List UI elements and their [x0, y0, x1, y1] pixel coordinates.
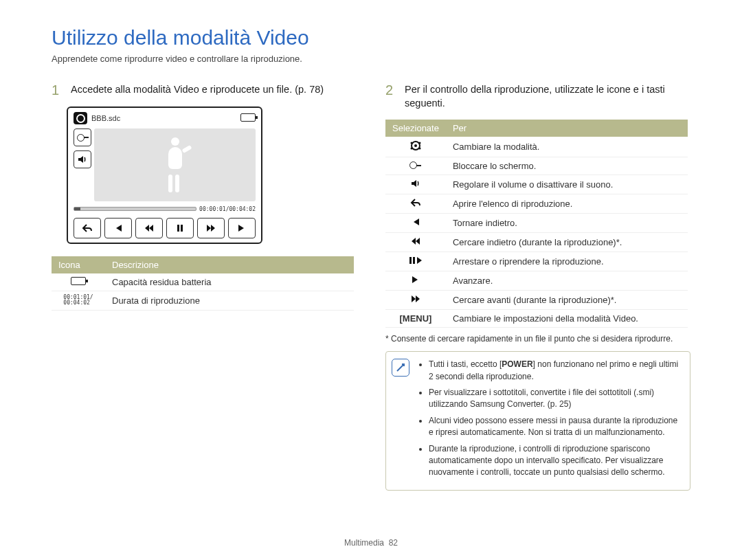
table-row: Avanzare.	[385, 271, 688, 291]
volume-icon	[74, 150, 91, 168]
rewind-icon	[135, 218, 163, 238]
battery-icon	[71, 277, 86, 285]
battery-icon	[240, 112, 256, 124]
svg-rect-9	[413, 257, 415, 264]
timecode: 00:00:01/00:04:02	[199, 206, 256, 212]
camera-icon	[74, 112, 87, 124]
page-title: Utilizzo della modalità Video	[52, 26, 690, 49]
page-subtitle: Apprendete come riprodurre video e contr…	[52, 54, 690, 64]
forward-icon	[409, 294, 422, 304]
icon-description-table: Icona Descrizione Capacità residua batte…	[52, 256, 354, 311]
table-row: Capacità residua batteria	[52, 273, 354, 291]
table2-desc: Cercare avanti (durante la riproduzione)…	[446, 291, 688, 310]
table-row: Cercare avanti (durante la riproduzione)…	[385, 291, 688, 310]
left-column: 1 Accedete alla modalità Video e riprodu…	[52, 83, 357, 491]
table2-desc: Cercare indietro (durante la riproduzion…	[446, 233, 688, 252]
table1-row1-desc: Durata di riproduzione	[105, 291, 354, 311]
pause-icon	[166, 218, 194, 238]
table2-desc: Regolare il volume o disattivare il suon…	[446, 175, 688, 194]
note-icon	[392, 359, 409, 377]
video-frame	[94, 128, 256, 201]
step-1-text: Accedete alla modalità Video e riproduce…	[71, 83, 324, 97]
svg-rect-8	[409, 257, 412, 264]
table2-desc: Cambiare la modalità.	[446, 137, 688, 157]
prev-icon	[104, 218, 132, 238]
menu-label: [MENU]	[400, 313, 432, 324]
lock-icon	[74, 128, 91, 146]
table2-desc: Aprire l'elenco di riproduzione.	[446, 194, 688, 214]
page-footer: Multimedia 82	[0, 538, 742, 548]
table-row: [MENU] Cambiare le impostazioni della mo…	[385, 310, 688, 328]
tip-item: Per visualizzare i sottotitoli, converti…	[429, 387, 683, 411]
table2-desc: Avanzare.	[446, 271, 688, 291]
table2-desc: Cambiare le impostazioni della modalità …	[446, 310, 688, 328]
lock-icon	[409, 161, 421, 169]
volume-icon	[409, 179, 422, 188]
table-row: Cercare indietro (durante la riproduzion…	[385, 233, 688, 252]
video-player-screenshot: BBB.sdc 00:00:01/00:04:02	[67, 107, 262, 244]
next-icon	[228, 218, 256, 238]
controls-table: Selezionate Per Cambiare la modalità. Bl…	[385, 120, 688, 328]
table-row: 00:01:01/ 00:04:02 Durata di riproduzion…	[52, 291, 354, 311]
step-2-text: Per il controllo della riproduzione, uti…	[405, 83, 690, 110]
svg-point-6	[410, 148, 412, 150]
video-filename: BBB.sdc	[91, 114, 120, 122]
tip-item: Tutti i tasti, eccetto [POWER] non funzi…	[429, 359, 683, 383]
right-column: 2 Per il controllo della riproduzione, u…	[385, 83, 690, 491]
table1-row0-desc: Capacità residua batteria	[105, 273, 354, 291]
step-2-number: 2	[385, 83, 398, 97]
back-icon	[74, 218, 101, 238]
table2-desc: Bloccare lo schermo.	[446, 157, 688, 175]
table-row: Aprire l'elenco di riproduzione.	[385, 194, 688, 214]
table2-desc: Tornare indietro.	[446, 214, 688, 233]
table-row: Cambiare la modalità.	[385, 137, 688, 157]
tip-item: Alcuni video possono essere messi in pau…	[429, 415, 683, 439]
table-row: Regolare il volume o disattivare il suon…	[385, 175, 688, 194]
table-row: Arrestare o riprendere la riproduzione.	[385, 252, 688, 271]
forward-icon	[197, 218, 225, 238]
tip-item: Durante la riproduzione, i controlli di …	[429, 443, 683, 479]
table2-header-for: Per	[446, 120, 688, 137]
footnote: * Consente di cercare rapidamente in un …	[385, 333, 690, 344]
rewind-icon	[409, 236, 422, 246]
table1-header-icon: Icona	[52, 256, 105, 273]
progress-track	[74, 207, 196, 211]
tip-box: Tutti i tasti, eccetto [POWER] non funzi…	[385, 351, 690, 491]
prev-icon	[409, 217, 422, 227]
duration-icon: 00:01:01/ 00:04:02	[63, 295, 93, 306]
svg-point-4	[410, 142, 412, 144]
step-2: 2 Per il controllo della riproduzione, u…	[385, 83, 690, 110]
next-icon	[409, 275, 422, 284]
step-1: 1 Accedete alla modalità Video e riprodu…	[52, 83, 357, 97]
table2-header-select: Selezionate	[385, 120, 446, 137]
play-pause-icon	[409, 256, 423, 265]
svg-point-5	[418, 142, 420, 144]
svg-point-7	[418, 148, 420, 150]
svg-rect-0	[177, 225, 179, 232]
table-row: Tornare indietro.	[385, 214, 688, 233]
svg-rect-1	[181, 225, 183, 232]
back-icon	[409, 198, 422, 208]
mode-icon	[409, 140, 422, 151]
table-row: Bloccare lo schermo.	[385, 157, 688, 175]
table1-header-desc: Descrizione	[105, 256, 354, 273]
svg-point-3	[414, 144, 417, 147]
step-1-number: 1	[52, 83, 64, 97]
table2-desc: Arrestare o riprendere la riproduzione.	[446, 252, 688, 271]
